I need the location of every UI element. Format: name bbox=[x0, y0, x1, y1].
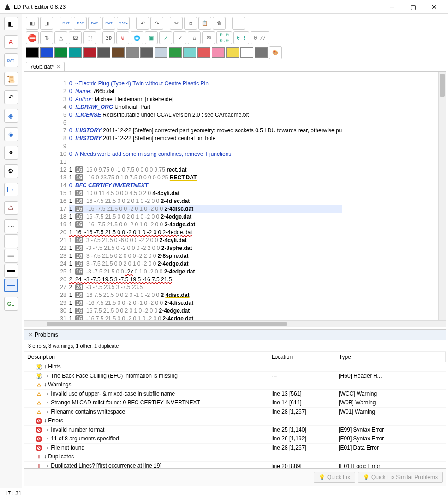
color-swatch-4[interactable] bbox=[83, 47, 96, 58]
cube1-icon[interactable]: ◈ bbox=[4, 109, 18, 123]
problem-row[interactable]: 💡→ The Back Face Culling (BFC) informati… bbox=[24, 371, 446, 380]
square-g-icon[interactable]: ▣ bbox=[145, 31, 158, 44]
code-line[interactable]: 1 16 3 -7.5 21.5 0 0 2 0 1 0 -2 0 0 2-4e… bbox=[69, 260, 342, 268]
gl-icon[interactable]: GL bbox=[4, 297, 18, 311]
line-med-icon[interactable]: — bbox=[4, 249, 18, 263]
color-swatch-7[interactable] bbox=[126, 47, 139, 58]
dat5-icon[interactable]: DAT▾ bbox=[117, 17, 130, 30]
file-tab[interactable]: 766b.dat* ✕ bbox=[26, 62, 65, 71]
code-line[interactable]: 1 16 -16 -7.5 21.5 0 0 -2 0 1 0 -2 0 0 2… bbox=[69, 205, 342, 213]
line-thick-icon[interactable] bbox=[4, 264, 18, 278]
color-swatch-13[interactable] bbox=[212, 47, 225, 58]
color-swatch-6[interactable] bbox=[112, 47, 125, 58]
problem-row[interactable]: ⊘↓ Errors bbox=[24, 416, 446, 426]
color-swatch-9[interactable] bbox=[155, 47, 167, 58]
edge-icon[interactable]: △ bbox=[54, 31, 67, 44]
split-v-icon[interactable]: ◨ bbox=[40, 17, 53, 30]
code-line[interactable]: 1 16 16 7.5 21.5 0 0 2 0 -1 0 -2 0 0 2 4… bbox=[69, 291, 342, 299]
problem-row[interactable]: ⊘→ 11 of 8 arguments specifiedline 26 [1… bbox=[24, 434, 446, 444]
split-h-icon[interactable]: ◧ bbox=[26, 17, 39, 30]
globe-icon[interactable]: 🌐 bbox=[131, 31, 143, 44]
cube2-icon[interactable]: ◈ bbox=[4, 127, 18, 141]
code-line[interactable]: 0 !LICENSE Redistributable under CCAL ve… bbox=[69, 111, 342, 119]
precision3-button[interactable]: 0 // bbox=[251, 31, 269, 44]
code-line[interactable]: 1 16 -16 -7.5 21.5 0 0 -2 0 1 0 -2 0 0 2… bbox=[69, 221, 342, 229]
layer-icon[interactable]: ⬚ bbox=[83, 31, 96, 44]
link-icon[interactable]: ⚭ bbox=[4, 146, 18, 160]
code-line[interactable]: 1 16 -3 -7.5 21.5 0 -2 0 0 0 -2 2 0 0 2-… bbox=[69, 244, 342, 252]
dat3-icon[interactable]: DAT bbox=[88, 17, 101, 30]
stop-icon[interactable]: ⛔ bbox=[26, 31, 39, 44]
code-line[interactable] bbox=[69, 119, 342, 127]
cut-button[interactable]: ✂ bbox=[170, 17, 183, 30]
code-line[interactable]: 0 !HISTORY 2011-12-22 [Steffen] correcte… bbox=[69, 127, 342, 135]
quick-fix-similar-button[interactable]: 💡Quick Fix Similar Problems bbox=[358, 472, 443, 483]
problems-table[interactable]: Description Location Type 💡↓ Hints💡→ The… bbox=[24, 352, 446, 468]
code-line[interactable]: 1 16 16 7.5 21.5 0 0 2 0 1 0 -2 0 0 2-4e… bbox=[69, 307, 342, 315]
code-line[interactable]: 1 16 -16 -7.5 21.5 0 0 -2 0 1 0 -2 0 0 2… bbox=[69, 229, 342, 237]
color-swatch-12[interactable] bbox=[197, 47, 210, 58]
3d-button[interactable]: 3D bbox=[102, 31, 115, 44]
undo-button[interactable]: ↶ bbox=[136, 17, 149, 30]
color-swatch-10[interactable] bbox=[169, 47, 182, 58]
color-swatch-11[interactable] bbox=[183, 47, 196, 58]
code-line[interactable]: 1 16 -16 7.5 21.5 0 0 -2 0 -1 0 -2 0 0 2… bbox=[69, 299, 342, 307]
color-swatch-8[interactable] bbox=[140, 47, 153, 58]
arrow-icon[interactable]: ➚ bbox=[159, 31, 172, 44]
code-line[interactable]: 1 16 -16 0 23.75 0 1 0 7.5 0 0 0 0 0.25 … bbox=[69, 174, 342, 182]
code-line[interactable]: 0 BFC CERTIFY INVERTNEXT bbox=[69, 182, 342, 190]
color-swatch-0[interactable] bbox=[26, 47, 39, 58]
dat-icon[interactable]: DAT bbox=[4, 53, 18, 67]
tab-close-icon[interactable]: ✕ bbox=[56, 64, 60, 70]
col-description[interactable]: Description bbox=[24, 352, 269, 362]
problem-row[interactable]: ⊘→ File not foundline 28 [1,267][E01] Da… bbox=[24, 443, 446, 452]
dots-icon[interactable]: ⋯ bbox=[4, 219, 18, 233]
precision1-button[interactable]: 0.00.0 bbox=[216, 31, 232, 44]
color-swatch-1[interactable] bbox=[40, 47, 53, 58]
editor-hscroll[interactable] bbox=[24, 320, 446, 327]
code-line[interactable]: 1 16 3 -7.5 21.5 0 2 0 0 0 -2 2 0 0 2-8s… bbox=[69, 252, 342, 260]
img-icon[interactable]: 🖼 bbox=[69, 31, 82, 44]
line-thin-icon[interactable]: — bbox=[4, 234, 18, 248]
code-line[interactable]: 0 !LDRAW_ORG Unofficial_Part bbox=[69, 103, 342, 111]
problem-row[interactable]: ⦀→ Duplicated Lines? [first occurrence a… bbox=[24, 462, 446, 469]
problem-row[interactable]: 💡↓ Hints bbox=[24, 362, 446, 372]
code-line[interactable]: 1 16 16 -7.5 21.5 0 0 2 0 1 0 -2 0 0 2-4… bbox=[69, 213, 342, 221]
house-icon[interactable]: ⌂ bbox=[188, 31, 201, 44]
color-swatch-5[interactable] bbox=[97, 47, 110, 58]
copy-button[interactable]: ⧉ bbox=[184, 17, 197, 30]
code-line[interactable]: 0 // Needs work: add some missing condli… bbox=[69, 150, 342, 158]
code-line[interactable]: 1 16 3 -7.5 21.5 0 -6 0 0 0 -2 2 0 0 2-4… bbox=[69, 237, 342, 244]
palette-icon[interactable]: 🎨 bbox=[269, 46, 282, 59]
redo-button[interactable]: ↷ bbox=[150, 17, 163, 30]
problem-row[interactable]: ⚠→ Invalid use of upper- & mixed-case in… bbox=[24, 389, 446, 398]
sort-icon[interactable]: ⇅ bbox=[40, 31, 53, 44]
code-line[interactable]: 1 16 16 0 9.75 0 -1 0 7.5 0 0 0 0 9.75 r… bbox=[69, 166, 342, 174]
problem-row[interactable]: ⊘→ Invalid number formatline 25 [1,140][… bbox=[24, 425, 446, 434]
line-sel-icon[interactable] bbox=[4, 279, 18, 292]
panel-toggle-icon[interactable]: ◧ bbox=[4, 17, 18, 30]
problem-row[interactable]: ⦀↓ Duplicates bbox=[24, 452, 446, 462]
col-location[interactable]: Location bbox=[269, 352, 336, 362]
code-line[interactable]: 0 !HISTORY 2011-12-22 [Steffen] removed … bbox=[69, 135, 342, 142]
code-line[interactable]: 2 24 -3 -7.5 23.5 3 -7.5 23.5 bbox=[69, 284, 342, 291]
precision2-button[interactable]: 0 ! bbox=[233, 31, 249, 44]
code-line[interactable] bbox=[69, 158, 342, 166]
script-icon[interactable]: 📜 bbox=[4, 72, 18, 86]
color-swatch-2[interactable] bbox=[54, 47, 67, 58]
check-icon[interactable]: ✓ bbox=[173, 31, 186, 44]
maximize-button[interactable]: ▢ bbox=[403, 0, 424, 13]
u-icon[interactable]: ⊎ bbox=[116, 31, 129, 44]
close-button[interactable]: ✕ bbox=[424, 0, 444, 13]
mail-icon[interactable]: ✉ bbox=[202, 31, 215, 44]
code-line[interactable] bbox=[69, 142, 342, 150]
undo-icon[interactable]: ↶ bbox=[4, 90, 18, 104]
problems-tab[interactable]: ✕Problems bbox=[24, 330, 62, 340]
code-editor[interactable]: 1234567891011121314151617181920212223242… bbox=[24, 72, 446, 327]
edit-a-icon[interactable]: A bbox=[4, 35, 18, 49]
gear-icon[interactable]: ⚙ bbox=[4, 164, 18, 178]
problem-row[interactable]: ⚠→ Strange MLCAD relict found: 0 BFC CER… bbox=[24, 398, 446, 408]
code-line[interactable]: 2 24 -3 -7.5 19.5 3 -7.5 19.5 -16 7.5 21… bbox=[69, 276, 342, 284]
color-swatch-3[interactable] bbox=[69, 47, 82, 58]
dat4-icon[interactable]: DAT bbox=[102, 17, 115, 30]
